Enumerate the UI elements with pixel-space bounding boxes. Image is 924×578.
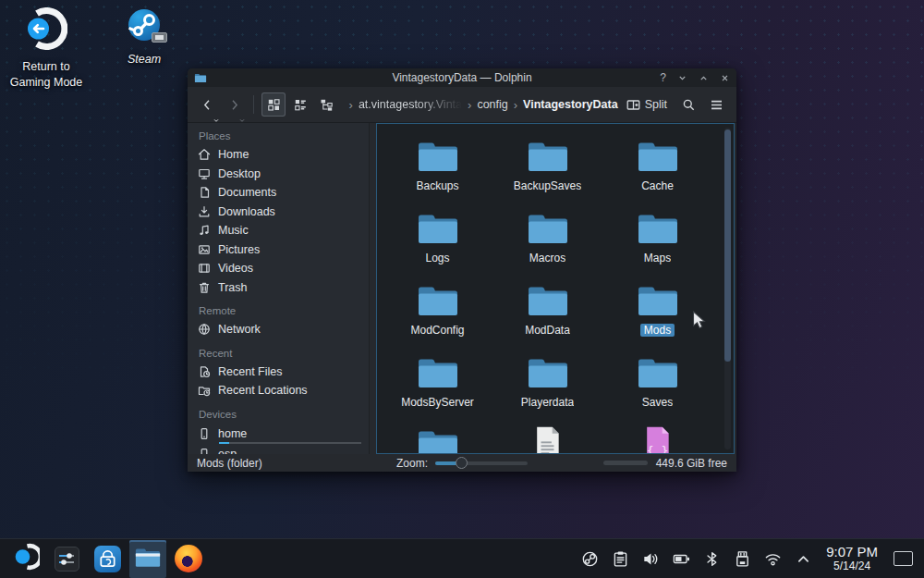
taskbar-discover-button[interactable] xyxy=(89,540,126,578)
forward-button[interactable] xyxy=(223,92,247,117)
folder-icon xyxy=(526,209,570,246)
taskbar-dolphin-button[interactable] xyxy=(129,540,166,578)
icons-view-button[interactable] xyxy=(261,92,286,117)
desktop-icon-label: Return to Gaming Mode xyxy=(4,59,89,91)
breadcrumb-item-at-vintagestory-vinta[interactable]: at.vintagestory.Vinta xyxy=(359,98,462,111)
file-label: Macros xyxy=(529,252,565,264)
dolphin-file-manager-icon xyxy=(134,545,162,572)
taskbar-system-settings-button[interactable] xyxy=(48,540,85,578)
breadcrumb: ›at.vintagestory.Vinta›config›Vintagesto… xyxy=(349,98,618,112)
file-saves[interactable]: Saves xyxy=(611,350,704,422)
home-icon xyxy=(198,148,211,161)
folder-icon xyxy=(416,425,460,454)
split-button[interactable]: Split xyxy=(621,92,673,117)
file-logs[interactable]: Logs xyxy=(391,205,484,277)
tray-clipboard-icon[interactable] xyxy=(611,549,629,568)
file-item-partial[interactable] xyxy=(501,422,594,454)
file-backups[interactable]: Backups xyxy=(391,133,484,205)
music-icon xyxy=(198,224,211,237)
folder-icon xyxy=(416,209,460,246)
zoom-label: Zoom: xyxy=(396,457,428,470)
tree-view-button[interactable] xyxy=(315,92,339,117)
details-view-button[interactable] xyxy=(288,92,312,117)
view-scrollbar[interactable] xyxy=(724,128,731,449)
file-playerdata[interactable]: Playerdata xyxy=(501,350,594,422)
zoom-slider-knob[interactable] xyxy=(456,457,468,469)
tray-usb-device-icon[interactable] xyxy=(733,549,751,568)
clock-widget[interactable]: 9:07 PM 5/14/24 xyxy=(826,544,878,572)
sidebar-item-label: home xyxy=(218,427,247,440)
downloads-icon xyxy=(198,205,211,218)
file-item-partial[interactable]: { } xyxy=(611,422,704,454)
breadcrumb-separator-icon: › xyxy=(349,98,353,112)
file-modsbyserver[interactable]: ModsByServer xyxy=(391,350,484,422)
file-backupsaves[interactable]: BackupSaves xyxy=(501,133,594,205)
taskbar-firefox-button[interactable] xyxy=(170,540,207,578)
file-label: BackupSaves xyxy=(514,179,581,192)
hamburger-menu-button[interactable] xyxy=(704,92,728,117)
sidebar-item-pictures[interactable]: Pictures xyxy=(198,240,363,260)
file-maps[interactable]: Maps xyxy=(611,205,704,277)
taskbar-app-launcher-button[interactable] xyxy=(7,540,44,578)
file-label: ModConfig xyxy=(410,324,464,337)
window-title: VintagestoryData — Dolphin xyxy=(188,71,736,84)
sidebar-item-label: Home xyxy=(218,148,249,161)
sidebar-item-label: Documents xyxy=(218,186,276,199)
sidebar-item-downloads[interactable]: Downloads xyxy=(198,203,363,222)
tray-bluetooth-icon[interactable] xyxy=(702,549,721,568)
main-toolbar: ›at.vintagestory.Vinta›config›Vintagesto… xyxy=(188,87,736,123)
sidebar-item-videos[interactable]: Videos xyxy=(198,259,363,278)
file-label: Playerdata xyxy=(521,396,574,409)
free-space-text: 449.6 GiB free xyxy=(656,457,727,470)
window-titlebar[interactable]: VintagestoryData — Dolphin ? xyxy=(188,68,736,87)
folder-view[interactable]: BackupsBackupSavesCacheLogsMacrosMapsMod… xyxy=(376,123,735,454)
file-modconfig[interactable]: ModConfig xyxy=(391,277,484,350)
file-label: ModsByServer xyxy=(401,396,474,409)
tray-wifi-icon[interactable] xyxy=(763,549,782,568)
sidebar-item-music[interactable]: Music xyxy=(198,221,363,240)
maximize-button[interactable] xyxy=(699,73,709,83)
sidebar-item-recent-files[interactable]: Recent Files xyxy=(198,363,363,382)
file-item-partial[interactable] xyxy=(391,422,484,454)
file-cache[interactable]: Cache xyxy=(611,133,704,205)
videos-icon xyxy=(198,262,211,275)
sidebar-section-devices: Devices xyxy=(199,409,363,420)
scrollbar-thumb[interactable] xyxy=(724,129,731,362)
sidebar-item-trash[interactable]: Trash xyxy=(198,278,363,298)
search-button[interactable] xyxy=(676,92,700,117)
back-button[interactable] xyxy=(196,92,220,117)
folder-icon xyxy=(194,72,207,83)
zoom-slider[interactable] xyxy=(435,461,528,465)
file-mods[interactable]: Mods xyxy=(611,277,704,350)
show-desktop-button[interactable] xyxy=(894,551,913,566)
tray-volume-icon[interactable] xyxy=(641,549,660,568)
desktop-icon-steam[interactable]: Steam xyxy=(102,7,187,68)
folder-icon xyxy=(636,281,680,318)
tray-expand-caret-icon[interactable] xyxy=(794,549,812,568)
sidebar-item-network[interactable]: Network xyxy=(198,320,363,339)
sidebar-item-documents[interactable]: Documents xyxy=(198,183,363,203)
file-macros[interactable]: Macros xyxy=(501,205,594,277)
tray-battery-icon[interactable] xyxy=(672,549,690,568)
sidebar-item-esp[interactable]: esp xyxy=(198,444,363,455)
sidebar-item-desktop[interactable]: Desktop xyxy=(198,165,363,184)
file-moddata[interactable]: ModData xyxy=(501,277,594,350)
sidebar-section-remote: Remote xyxy=(199,305,363,316)
desktop-icon-return-to-gaming-mode[interactable]: Return to Gaming Mode xyxy=(4,7,89,91)
close-button[interactable] xyxy=(720,73,730,83)
minimize-button[interactable] xyxy=(677,73,687,83)
sidebar-section-places: Places xyxy=(199,130,363,141)
breadcrumb-item-vintagestorydata[interactable]: VintagestoryData xyxy=(523,98,618,111)
sidebar-item-recent-locations[interactable]: Recent Locations xyxy=(198,381,363,400)
sidebar-item-home[interactable]: Home xyxy=(198,145,363,165)
sidebar-item-home[interactable]: home xyxy=(198,424,363,444)
help-button[interactable]: ? xyxy=(660,72,666,83)
tray-steam-icon[interactable] xyxy=(580,549,599,568)
file-text-icon xyxy=(531,425,564,454)
return-to-gaming-mode-icon xyxy=(25,7,67,54)
toolbar-separator xyxy=(253,95,254,114)
breadcrumb-item-config[interactable]: config xyxy=(477,98,507,111)
free-space-bar xyxy=(603,461,648,465)
file-label: Cache xyxy=(641,179,674,192)
file-label: ModData xyxy=(525,324,570,337)
